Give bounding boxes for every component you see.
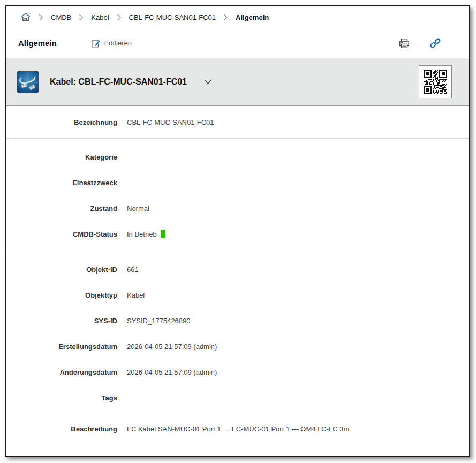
field-label: CMDB-Status	[6, 230, 117, 238]
app-window: CMDB Kabel CBL-FC-MUC-SAN01-FC01 Allgeme…	[5, 5, 470, 457]
field-label: Bezeichnung	[6, 118, 117, 126]
field-row: Erstellungsdatum2026-04-05 21:57:09 (adm…	[6, 333, 469, 359]
field-value: 661	[127, 265, 139, 274]
field-row: BezeichnungCBL-FC-MUC-SAN01-FC01	[6, 109, 469, 135]
field-row: Objekt-ID661	[6, 256, 469, 282]
field-label: Einsatzzweck	[6, 179, 117, 187]
chevron-right-icon	[117, 14, 122, 21]
cable-object-icon	[17, 71, 39, 93]
edit-icon	[91, 39, 101, 48]
breadcrumb-item-cmdb[interactable]: CMDB	[51, 13, 71, 21]
status-badge	[161, 230, 165, 238]
field-label: Zustand	[6, 204, 117, 212]
field-value: SYSID_1775426890	[127, 317, 191, 325]
page-title: Allgemein	[18, 39, 57, 48]
field-label: Objekttyp	[6, 291, 117, 299]
field-row: ObjekttypKabel	[6, 282, 469, 308]
field-group: Objekt-ID661ObjekttypKabelSYS-IDSYSID_17…	[6, 251, 469, 442]
field-row: Tags	[6, 385, 469, 411]
category-content: BezeichnungCBL-FC-MUC-SAN01-FC01Kategori…	[6, 106, 469, 456]
print-icon[interactable]	[396, 35, 412, 51]
edit-button-label: Editieren	[104, 39, 132, 47]
field-label: Objekt-ID	[6, 265, 117, 274]
field-label: SYS-ID	[6, 317, 117, 325]
field-row: Kategorie	[6, 144, 469, 170]
chevron-down-icon[interactable]	[203, 78, 213, 86]
field-value: Normal	[127, 204, 149, 212]
field-group: BezeichnungCBL-FC-MUC-SAN01-FC01	[6, 106, 469, 139]
field-label: Beschreibung	[6, 425, 117, 433]
breadcrumb: CMDB Kabel CBL-FC-MUC-SAN01-FC01 Allgeme…	[6, 6, 469, 28]
field-value: In Betrieb	[127, 230, 165, 238]
field-row: CMDB-StatusIn Betrieb	[6, 221, 469, 247]
field-label: Kategorie	[6, 153, 117, 161]
field-label: Erstellungsdatum	[6, 343, 117, 351]
field-group: KategorieEinsatzzweckZustandNormalCMDB-S…	[6, 139, 469, 251]
object-title: Kabel: CBL-FC-MUC-SAN01-FC01	[50, 77, 187, 87]
category-toolbar: Allgemein Editieren	[6, 28, 469, 58]
field-row: Änderungsdatum2026-04-05 21:57:09 (admin…	[6, 359, 469, 385]
field-label: Änderungsdatum	[6, 368, 117, 376]
breadcrumb-item-object[interactable]: CBL-FC-MUC-SAN01-FC01	[129, 13, 216, 21]
breadcrumb-item-kabel[interactable]: Kabel	[91, 13, 109, 21]
qr-code	[419, 65, 452, 98]
field-row: SYS-IDSYSID_1775426890	[6, 308, 469, 333]
chevron-right-icon	[39, 14, 43, 21]
field-value: FC Kabel SAN-MUC-01 Port 1 → FC-MUC-01 P…	[127, 425, 349, 433]
field-row: Einsatzzweck	[6, 170, 469, 195]
field-value: 2026-04-05 21:57:09 (admin)	[127, 343, 217, 351]
chevron-right-icon	[223, 14, 228, 21]
field-value: CBL-FC-MUC-SAN01-FC01	[127, 118, 214, 126]
field-value: Kabel	[127, 291, 145, 299]
edit-button[interactable]: Editieren	[88, 36, 135, 50]
home-icon[interactable]	[20, 12, 31, 22]
object-header: Kabel: CBL-FC-MUC-SAN01-FC01	[6, 58, 469, 106]
field-value: 2026-04-05 21:57:09 (admin)	[127, 368, 217, 376]
field-row: BeschreibungFC Kabel SAN-MUC-01 Port 1 →…	[6, 416, 469, 442]
link-icon[interactable]	[427, 35, 443, 51]
field-row: ZustandNormal	[6, 195, 469, 221]
chevron-right-icon	[79, 14, 84, 21]
breadcrumb-item-allgemein[interactable]: Allgemein	[236, 13, 269, 21]
field-label: Tags	[6, 394, 117, 402]
